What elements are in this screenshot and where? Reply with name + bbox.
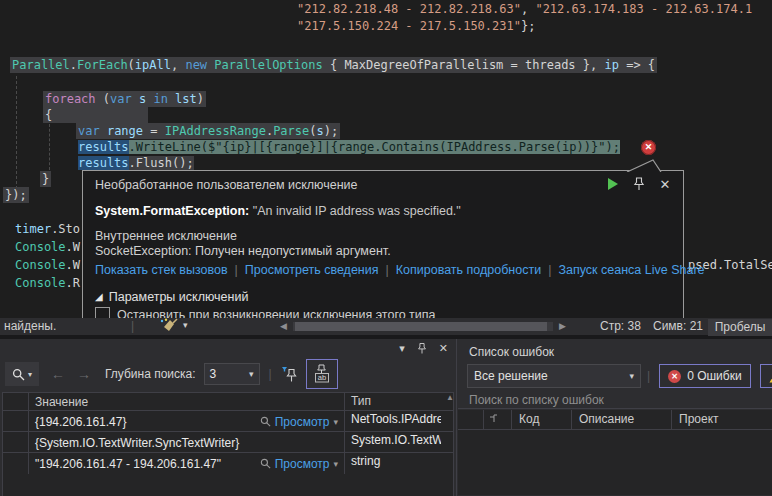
status-spaces-mode[interactable]: Пробелы xyxy=(708,319,772,336)
code-token: .W xyxy=(66,240,80,254)
column-description[interactable]: Описание xyxy=(572,410,672,429)
solution-filter-dropdown[interactable]: Все решение ▾ xyxy=(467,364,641,388)
column-blank[interactable] xyxy=(458,410,484,429)
watch-table-header: Значение Тип ▲ xyxy=(3,393,453,410)
code-token: ( xyxy=(128,58,135,72)
code-token: ( xyxy=(96,92,110,106)
code-line[interactable]: }); xyxy=(3,187,29,203)
status-line-number: Стр: 38 xyxy=(600,319,641,333)
scroll-up-icon[interactable]: ▲ xyxy=(446,393,454,402)
popup-links: Показать стек вызовов|Просмотреть сведен… xyxy=(95,263,705,277)
code-cleanup-icon[interactable] xyxy=(158,318,178,334)
exception-popup: Необработанное пользователем исключение … xyxy=(82,170,684,319)
code-line[interactable]: "212.82.218.48 - 212.82.218.63", "212.63… xyxy=(295,1,754,17)
code-token: .Sto xyxy=(51,222,80,236)
combo-dropdown-icon: ▾ xyxy=(249,369,254,379)
column-value[interactable]: Значение xyxy=(29,393,345,410)
error-list-toolbar: Все решение ▾ | ✕ 0 Ошибки 0 П xyxy=(467,363,772,389)
code-token xyxy=(100,124,107,138)
watch-type: string xyxy=(345,453,441,474)
watch-row[interactable]: {194.206.161.47}Просмотр▾NetTools.IPAddr… xyxy=(3,410,453,432)
popup-title: Необработанное пользователем исключение xyxy=(95,178,358,192)
code-line[interactable]: Console.W xyxy=(13,239,82,255)
code-line[interactable]: } xyxy=(40,171,51,187)
popup-link[interactable]: Копировать подробности xyxy=(396,263,541,277)
pin-filter-icon[interactable] xyxy=(281,366,298,383)
code-line[interactable]: results.WriteLine($"{ip}|[{range}]|{rang… xyxy=(76,139,622,155)
error-list-search-box[interactable]: Поиск по списку ошибок xyxy=(458,392,772,409)
link-separator: | xyxy=(235,263,238,277)
warnings-filter-button[interactable]: 0 П xyxy=(760,364,772,388)
cleanup-dropdown-icon[interactable]: ▾ xyxy=(183,320,188,330)
code-line[interactable]: timer.Sto xyxy=(13,221,82,237)
code-token: "212.82.218.48 - 212.82.218.63" xyxy=(297,2,521,16)
status-column-number: Симв: 21 xyxy=(653,319,703,333)
code-line[interactable]: results.Flush(); xyxy=(76,155,196,171)
watch-row[interactable]: {System.IO.TextWriter.SyncTextWriter}Sys… xyxy=(3,431,453,453)
view-link[interactable]: Просмотр▾ xyxy=(260,457,338,471)
code-line[interactable]: foreach (var s in lst) xyxy=(43,91,206,107)
column-name[interactable] xyxy=(3,393,29,410)
column-code[interactable]: Код xyxy=(512,410,572,429)
exception-settings-expander[interactable]: ◢Параметры исключений xyxy=(95,290,248,304)
close-icon[interactable]: ✕ xyxy=(439,342,448,355)
close-icon[interactable]: ✕ xyxy=(657,176,673,192)
code-line[interactable]: var range = IPAddressRange.Parse(s); xyxy=(76,123,340,139)
watch-name-cell[interactable] xyxy=(3,432,29,453)
column-project[interactable]: Проект xyxy=(672,410,772,429)
watch-name-cell[interactable] xyxy=(3,453,29,474)
watch-name-cell[interactable] xyxy=(3,411,29,432)
code-token: .Flush(); xyxy=(129,156,194,170)
popup-link[interactable]: Просмотреть сведения xyxy=(245,263,379,277)
search-button[interactable]: ▾ xyxy=(5,362,39,386)
error-list-title: Список ошибок xyxy=(469,345,554,359)
code-line[interactable]: { xyxy=(43,107,148,123)
scrollbar-thumb[interactable] xyxy=(295,322,547,331)
editor-status-row: найдены. | ▾ ◀ ▶ Стр: 38 Симв: 21 Пробел… xyxy=(0,318,772,335)
search-depth-value: 3 xyxy=(210,367,217,381)
inner-exception-label: Внутреннее исключение xyxy=(95,229,237,243)
errors-filter-button[interactable]: ✕ 0 Ошибки xyxy=(659,364,751,388)
back-icon[interactable]: ← xyxy=(51,366,65,382)
forward-icon[interactable]: → xyxy=(77,366,91,382)
code-token: }); xyxy=(5,188,27,202)
svg-text:ab: ab xyxy=(318,373,326,382)
error-list-table: Код Описание Проект xyxy=(458,410,772,495)
status-separator: | xyxy=(131,319,134,333)
code-line[interactable]: Parallel.ForEach(ipAll, new ParallelOpti… xyxy=(10,57,657,73)
search-depth-combobox[interactable]: 3 ▾ xyxy=(204,363,260,385)
code-line[interactable]: Console.W xyxy=(13,257,82,273)
code-token: => { xyxy=(619,58,655,72)
code-token: results xyxy=(78,156,129,170)
watch-row[interactable]: "194.206.161.47 - 194.206.161.47"Просмот… xyxy=(3,452,453,474)
status-left-text: найдены. xyxy=(4,319,56,333)
code-line[interactable]: "217.5.150.224 - 217.5.150.231"}; xyxy=(295,18,537,34)
exception-error-icon[interactable]: ✕ xyxy=(641,140,656,155)
popup-link[interactable]: Показать стек вызовов xyxy=(95,263,228,277)
code-token: var xyxy=(78,124,100,138)
code-line[interactable]: Console.R xyxy=(13,275,82,291)
horizontal-scrollbar[interactable] xyxy=(293,322,553,331)
view-dropdown-icon: ▾ xyxy=(333,417,338,427)
column-severity-icon[interactable] xyxy=(484,410,512,429)
scroll-right-icon[interactable]: ▶ xyxy=(559,321,566,331)
link-separator: | xyxy=(386,263,389,277)
watch-type: NetTools.IPAddre... xyxy=(345,411,441,432)
scroll-left-icon[interactable]: ◀ xyxy=(280,321,287,331)
toolbar-separator: | xyxy=(269,367,272,381)
code-token: Parallel xyxy=(12,58,70,72)
pin-icon[interactable] xyxy=(417,342,427,355)
continue-execution-icon[interactable] xyxy=(605,176,621,192)
view-link[interactable]: Просмотр▾ xyxy=(260,415,338,429)
pin-icon[interactable] xyxy=(631,176,647,192)
view-label: Просмотр xyxy=(275,457,330,471)
popup-link[interactable]: Запуск сеанса Live Share xyxy=(558,263,704,277)
watch-value: {System.IO.TextWriter.SyncTextWriter} xyxy=(35,436,239,450)
toolbar-separator: | xyxy=(647,369,650,383)
indent-guide xyxy=(49,124,50,170)
show-text-visualizer-toggle[interactable]: ab xyxy=(306,359,338,389)
code-token: .R xyxy=(66,276,80,290)
window-menu-icon[interactable]: ▾ xyxy=(399,342,405,355)
column-type[interactable]: Тип xyxy=(345,393,441,410)
code-token: foreach xyxy=(45,92,96,106)
